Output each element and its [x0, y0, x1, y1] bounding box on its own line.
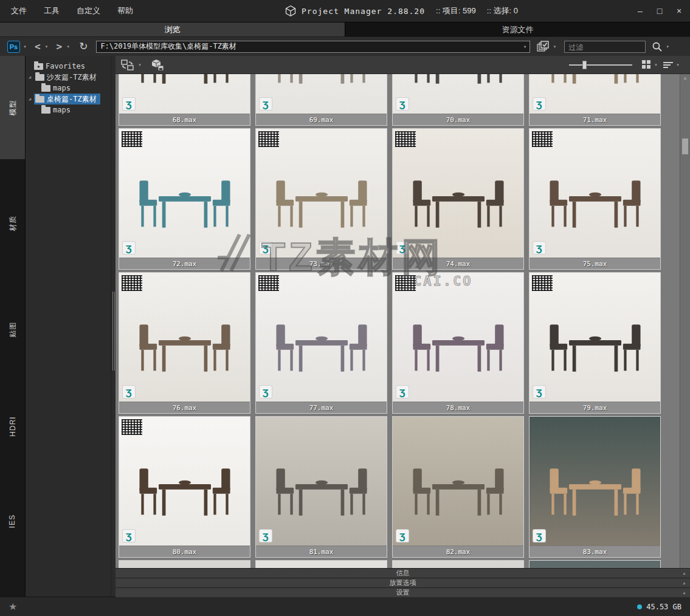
asset-thumbnail[interactable]: Ʒ 72.max — [119, 128, 250, 270]
tree-item-tables[interactable]: ◢ 桌椅篇-TZ素材 — [26, 94, 111, 104]
view-options-dropdown-icon[interactable]: ▼ — [553, 45, 556, 49]
ps-app-icon[interactable]: Ps — [7, 41, 20, 53]
expander-icon[interactable]: ◢ — [26, 75, 34, 80]
minimize-button[interactable]: – — [635, 6, 645, 16]
asset-filename: 74.max — [393, 258, 523, 269]
asset-thumbnail-partial[interactable] — [119, 560, 250, 568]
menu-customize[interactable]: 自定义 — [77, 5, 100, 16]
view-mode-icon[interactable] — [642, 60, 651, 69]
title-bar: 文件 工具 自定义 帮助 Project Manager 2.88.20 :: … — [0, 0, 690, 22]
search-icon[interactable] — [652, 41, 663, 52]
max-file-icon: Ʒ — [260, 98, 272, 110]
thumbnail-grid: Ʒ 68.max Ʒ 69.max Ʒ 70.max Ʒ 71.max — [116, 74, 680, 568]
slider-thumb[interactable] — [582, 61, 587, 69]
app-logo-icon — [285, 5, 297, 17]
asset-thumbnail[interactable]: Ʒ 73.max — [255, 128, 387, 270]
expander-icon[interactable]: ◢ — [26, 97, 34, 101]
asset-thumbnail-partial[interactable] — [529, 560, 661, 568]
main-tabs: 浏览 资源文件 — [0, 22, 690, 36]
asset-thumbnail-partial[interactable] — [255, 560, 387, 568]
tab-browse[interactable]: 浏览 — [0, 22, 345, 36]
view-options-button[interactable] — [536, 41, 550, 53]
category-tab-materials[interactable]: 材质 — [0, 159, 25, 287]
qr-code — [395, 131, 416, 147]
tree-item-favorites[interactable]: ★ Favorites — [26, 61, 111, 72]
max-file-icon: Ʒ — [396, 242, 409, 254]
asset-thumbnail[interactable]: Ʒ 80.max — [119, 416, 250, 558]
asset-thumbnail[interactable]: Ʒ 74.max — [392, 128, 524, 270]
panel-info-header[interactable]: 信息▲ — [116, 569, 690, 578]
close-button[interactable]: × — [674, 6, 684, 16]
pin-icon[interactable]: ▲ — [682, 581, 686, 585]
menu-bar: 文件 工具 自定义 帮助 — [0, 5, 133, 16]
tree-item-sofa[interactable]: ◢ 沙发篇-TZ素材 — [26, 72, 111, 83]
project-count: :: 项目: 599 — [436, 5, 476, 16]
ps-dropdown-icon[interactable]: ▼ — [23, 45, 27, 49]
category-tab-hdri[interactable]: HDRI — [0, 372, 25, 481]
panel-settings-header[interactable]: 设置▲ — [116, 588, 690, 597]
back-dropdown-icon[interactable]: ▼ — [45, 45, 49, 49]
category-tab-ies[interactable]: IES — [0, 481, 25, 561]
max-file-icon: Ʒ — [260, 386, 272, 398]
relink-dropdown-icon[interactable]: ▼ — [138, 63, 142, 67]
asset-thumbnail-partial[interactable] — [392, 560, 524, 568]
asset-thumbnail[interactable]: Ʒ 70.max — [392, 74, 524, 126]
tree-item-sofa-maps[interactable]: maps — [26, 83, 111, 94]
qr-code — [122, 419, 142, 435]
tab-resource-files[interactable]: 资源文件 — [345, 22, 690, 36]
panel-splitter[interactable] — [111, 56, 116, 597]
address-input[interactable] — [100, 43, 523, 51]
relink-button[interactable] — [120, 59, 135, 71]
filter-field[interactable] — [564, 41, 646, 53]
folder-icon — [35, 74, 44, 81]
pin-icon[interactable]: ▲ — [682, 590, 686, 595]
vertical-scrollbar[interactable]: ▲ — [680, 74, 690, 568]
asset-thumbnail[interactable]: Ʒ 77.max — [255, 272, 387, 414]
asset-thumbnail[interactable]: Ʒ 81.max — [255, 416, 387, 558]
asset-thumbnail[interactable]: Ʒ 82.max — [392, 416, 524, 558]
tree-item-tables-maps[interactable]: maps — [26, 104, 111, 115]
scrollbar-thumb[interactable] — [682, 139, 688, 154]
menu-help[interactable]: 帮助 — [117, 5, 133, 16]
search-dropdown-icon[interactable]: ▼ — [666, 45, 669, 49]
category-tab-models[interactable]: 模型 — [0, 56, 25, 159]
sort-dropdown-icon[interactable]: ▼ — [676, 63, 680, 67]
asset-thumbnail[interactable]: Ʒ 71.max — [529, 74, 661, 126]
asset-thumbnail[interactable]: Ʒ 69.max — [255, 74, 387, 126]
filter-input[interactable] — [568, 43, 641, 52]
asset-thumbnail[interactable]: Ʒ 75.max — [529, 128, 661, 270]
merge-save-button[interactable] — [151, 59, 164, 71]
asset-thumbnail[interactable]: Ʒ 68.max — [119, 74, 250, 126]
folder-icon — [41, 107, 50, 114]
asset-filename: 80.max — [119, 546, 250, 557]
asset-filename: 83.max — [530, 546, 660, 557]
address-dropdown-icon[interactable]: ▼ — [524, 44, 526, 49]
max-file-icon: Ʒ — [123, 386, 135, 398]
menu-tools[interactable]: 工具 — [44, 5, 60, 16]
asset-filename: 76.max — [119, 402, 250, 413]
asset-filename: 82.max — [393, 546, 523, 557]
refresh-icon[interactable]: ↻ — [79, 40, 88, 53]
view-mode-dropdown-icon[interactable]: ▼ — [654, 63, 658, 67]
qr-code — [532, 131, 553, 147]
asset-filename: 69.max — [256, 114, 387, 125]
address-bar[interactable]: ▼ — [96, 41, 530, 53]
qr-code — [532, 275, 553, 291]
scroll-up-icon[interactable]: ▲ — [680, 75, 690, 81]
sort-icon[interactable] — [663, 62, 673, 68]
maximize-button[interactable]: □ — [655, 6, 664, 16]
panel-placement-header[interactable]: 放置选项▲ — [116, 578, 690, 587]
asset-thumbnail[interactable]: Ʒ 83.max — [529, 416, 661, 558]
pin-icon[interactable]: ▲ — [682, 571, 686, 575]
thumbnail-size-slider[interactable] — [569, 61, 632, 69]
asset-thumbnail[interactable]: Ʒ 78.max — [392, 272, 524, 414]
favorites-star-icon[interactable]: ★ — [9, 601, 17, 612]
asset-thumbnail[interactable]: Ʒ 79.max — [529, 272, 661, 414]
asset-thumbnail[interactable]: Ʒ 76.max — [119, 272, 250, 414]
category-tab-maps[interactable]: 贴图 — [0, 287, 25, 372]
asset-filename: 70.max — [393, 114, 523, 125]
forward-dropdown-icon[interactable]: ▼ — [66, 45, 70, 49]
menu-file[interactable]: 文件 — [11, 5, 27, 16]
back-button[interactable]: < — [35, 41, 41, 52]
forward-button[interactable]: > — [57, 41, 63, 52]
